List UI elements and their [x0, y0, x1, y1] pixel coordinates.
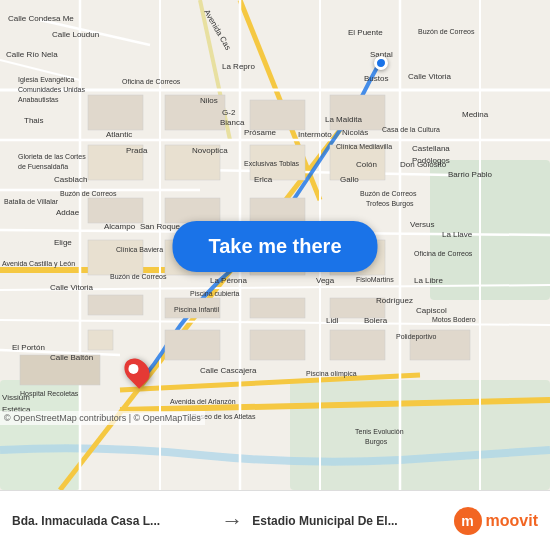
- map-container: Calle Condesa Me Calle Loudun Calle Río …: [0, 0, 550, 490]
- svg-rect-26: [250, 330, 305, 360]
- moovit-brand-name: moovit: [486, 512, 538, 530]
- moovit-logo: m moovit: [454, 507, 538, 535]
- svg-rect-5: [165, 95, 225, 130]
- bottom-navigation-bar: Bda. Inmaculada Casa L... → Estadio Muni…: [0, 490, 550, 550]
- svg-rect-13: [165, 198, 220, 223]
- svg-rect-1: [430, 160, 550, 300]
- svg-rect-23: [88, 330, 113, 350]
- svg-rect-2: [0, 380, 80, 490]
- svg-rect-21: [250, 298, 305, 318]
- take-me-there-button[interactable]: Take me there: [172, 221, 377, 272]
- origin-label: Bda. Inmaculada Casa L...: [12, 514, 160, 528]
- svg-rect-3: [290, 380, 550, 490]
- svg-rect-15: [88, 240, 143, 275]
- svg-rect-14: [250, 198, 305, 223]
- svg-rect-22: [330, 298, 385, 318]
- osm-attribution: © OpenStreetMap contributors | © OpenMap…: [0, 411, 205, 425]
- svg-rect-8: [88, 145, 143, 180]
- origin-location: Bda. Inmaculada Casa L...: [12, 514, 212, 528]
- svg-rect-20: [165, 298, 220, 318]
- svg-rect-27: [330, 330, 385, 360]
- svg-rect-4: [88, 95, 143, 130]
- svg-rect-6: [250, 100, 305, 130]
- moovit-icon-letter: m: [461, 513, 473, 529]
- svg-rect-7: [330, 95, 385, 130]
- origin-marker: [374, 56, 388, 70]
- direction-arrow: →: [221, 508, 243, 534]
- destination-label: Estadio Municipal De El...: [252, 514, 397, 528]
- destination-location: Estadio Municipal De El...: [252, 514, 452, 528]
- svg-rect-25: [165, 330, 220, 360]
- svg-rect-10: [250, 145, 305, 180]
- moovit-logo-icon: m: [454, 507, 482, 535]
- svg-rect-12: [88, 198, 143, 223]
- svg-rect-19: [88, 295, 143, 315]
- svg-rect-24: [20, 355, 100, 385]
- svg-rect-9: [165, 145, 220, 180]
- svg-rect-28: [410, 330, 470, 360]
- svg-rect-11: [330, 145, 385, 180]
